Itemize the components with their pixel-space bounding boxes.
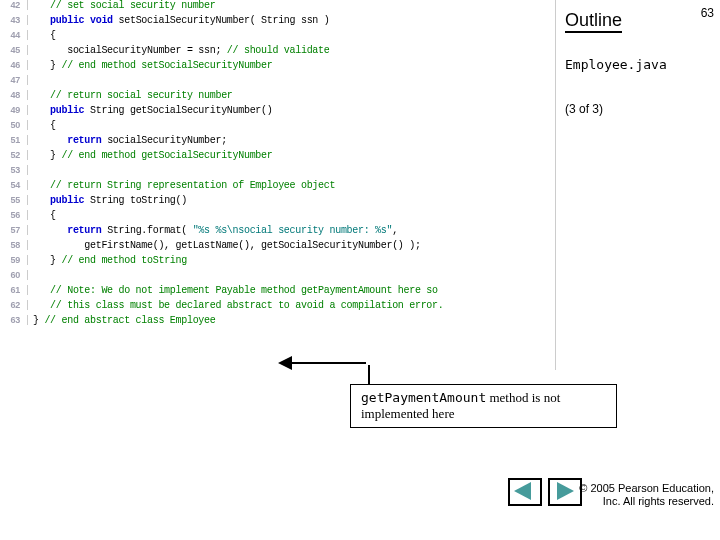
code-token: String toString() [84, 195, 187, 206]
code-line: 60 [0, 270, 555, 285]
line-number: 62 [0, 300, 28, 310]
line-number: 44 [0, 30, 28, 40]
code-token: , [392, 225, 398, 236]
code-line: 61 // Note: We do not implement Payable … [0, 285, 555, 300]
line-number: 53 [0, 165, 28, 175]
code-token: { [33, 210, 56, 221]
code-listing: 42 // set social security number43 publi… [0, 0, 556, 370]
line-number: 48 [0, 90, 28, 100]
code-token: // return String representation of Emplo… [33, 180, 335, 191]
code-token: } [33, 60, 62, 71]
code-line: 63} // end abstract class Employee [0, 315, 555, 330]
code-token [33, 15, 50, 26]
code-token [33, 75, 39, 86]
code-token: { [33, 120, 56, 131]
line-number: 58 [0, 240, 28, 250]
code-token [33, 195, 50, 206]
code-token: // set social security number [33, 0, 215, 11]
next-button[interactable] [548, 478, 582, 506]
copyright-line2: Inc. All rights reserved. [603, 495, 714, 507]
code-token: // end method toString [62, 255, 187, 266]
copyright-line1: © 2005 Pearson Education, [579, 482, 714, 494]
arrow-line [286, 362, 366, 364]
line-number: 51 [0, 135, 28, 145]
code-token [33, 225, 67, 236]
code-token: "%s %s\nsocial security number: %s" [193, 225, 393, 236]
line-number: 56 [0, 210, 28, 220]
code-token: } [33, 315, 44, 326]
line-number: 43 [0, 15, 28, 25]
code-line: 62 // this class must be declared abstra… [0, 300, 555, 315]
line-number: 61 [0, 285, 28, 295]
callout-code: getPaymentAmount [361, 390, 486, 405]
code-line: 55 public String toString() [0, 195, 555, 210]
line-number: 46 [0, 60, 28, 70]
code-line: 47 [0, 75, 555, 90]
code-line: 57 return String.format( "%s %s\nsocial … [0, 225, 555, 240]
code-token: // end abstract class Employee [44, 315, 215, 326]
code-line: 50 { [0, 120, 555, 135]
code-token: // return social security number [33, 90, 233, 101]
line-number: 59 [0, 255, 28, 265]
code-token: return [67, 135, 101, 146]
code-token: } [33, 255, 62, 266]
code-token: public void [50, 15, 113, 26]
code-token: public [50, 195, 84, 206]
code-token: String getSocialSecurityNumber() [84, 105, 272, 116]
code-line: 52 } // end method getSocialSecurityNumb… [0, 150, 555, 165]
code-token [33, 105, 50, 116]
code-token: socialSecurityNumber; [101, 135, 226, 146]
code-token: { [33, 30, 56, 41]
line-number: 52 [0, 150, 28, 160]
code-line: 49 public String getSocialSecurityNumber… [0, 105, 555, 120]
code-token: // this class must be declared abstract … [33, 300, 443, 311]
code-line: 54 // return String representation of Em… [0, 180, 555, 195]
nav-buttons [505, 478, 582, 506]
code-line: 42 // set social security number [0, 0, 555, 15]
code-line: 46 } // end method setSocialSecurityNumb… [0, 60, 555, 75]
part-indicator: (3 of 3) [565, 102, 712, 116]
code-token: // Note: We do not implement Payable met… [33, 285, 443, 296]
code-token: // should validate [227, 45, 330, 56]
code-token [33, 165, 39, 176]
code-line: 45 socialSecurityNumber = ssn; // should… [0, 45, 555, 60]
line-number: 60 [0, 270, 28, 280]
code-token: } [33, 150, 62, 161]
prev-button[interactable] [508, 478, 542, 506]
line-number: 45 [0, 45, 28, 55]
code-line: 43 public void setSocialSecurityNumber( … [0, 15, 555, 30]
code-line: 58 getFirstName(), getLastName(), getSoc… [0, 240, 555, 255]
code-token: socialSecurityNumber = ssn; [33, 45, 227, 56]
line-number: 57 [0, 225, 28, 235]
code-token: setSocialSecurityNumber( String ssn ) [113, 15, 330, 26]
code-token: return [67, 225, 101, 236]
line-number: 49 [0, 105, 28, 115]
code-line: 53 [0, 165, 555, 180]
copyright: © 2005 Pearson Education, Inc. All right… [579, 482, 714, 508]
code-token: // end method getSocialSecurityNumber [62, 150, 273, 161]
code-token: String.format( [101, 225, 192, 236]
code-token: // end method setSocialSecurityNumber [62, 60, 273, 71]
code-line: 48 // return social security number [0, 90, 555, 105]
callout-connector [368, 365, 370, 384]
code-line: 56 { [0, 210, 555, 225]
line-number: 54 [0, 180, 28, 190]
line-number: 50 [0, 120, 28, 130]
callout-box: getPaymentAmount method is not implement… [350, 384, 617, 428]
line-number: 63 [0, 315, 28, 325]
outline-panel: Outline Employee.java (3 of 3) [565, 10, 712, 116]
code-line: 44 { [0, 30, 555, 45]
code-line: 51 return socialSecurityNumber; [0, 135, 555, 150]
line-number: 42 [0, 0, 28, 10]
code-token [33, 135, 67, 146]
code-token [33, 270, 39, 281]
file-name: Employee.java [565, 57, 712, 72]
line-number: 47 [0, 75, 28, 85]
line-number: 55 [0, 195, 28, 205]
outline-heading: Outline [565, 10, 622, 33]
code-token: public [50, 105, 84, 116]
code-line: 59 } // end method toString [0, 255, 555, 270]
arrow-head-icon [278, 356, 292, 370]
code-token: getFirstName(), getLastName(), getSocial… [33, 240, 421, 251]
